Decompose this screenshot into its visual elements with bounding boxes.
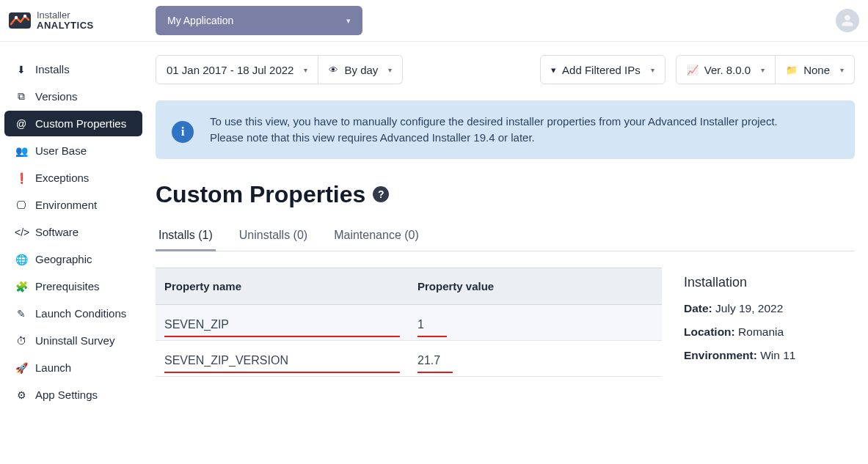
tab-label: Uninstalls (0)	[239, 229, 307, 241]
sidebar-item-geographic[interactable]: 🌐 Geographic	[4, 246, 142, 272]
sidebar-item-label: Prerequisites	[35, 280, 100, 292]
sidebar-item-launch[interactable]: 🚀 Launch	[4, 355, 142, 380]
granularity-label: By day	[344, 64, 378, 76]
users-icon: 👥	[15, 145, 28, 157]
sidebar-item-uninstall-survey[interactable]: ⏱ Uninstall Survey	[4, 328, 142, 353]
chart-area-icon: 📈	[687, 65, 699, 76]
info-icon: i	[172, 121, 194, 143]
svg-point-1	[15, 16, 18, 19]
sidebar-item-exceptions[interactable]: ❗ Exceptions	[4, 165, 142, 191]
detail-environment: Environment: Win 11	[684, 349, 795, 362]
chevron-down-icon: ▾	[388, 66, 392, 74]
sidebar-item-label: Versions	[35, 90, 78, 103]
sidebar: ⬇ Installs ⧉ Versions @ Custom Propertie…	[0, 42, 147, 464]
sidebar-item-label: Installs	[35, 63, 70, 76]
sidebar-item-versions[interactable]: ⧉ Versions	[4, 84, 142, 109]
detail-location: Location: Romania	[684, 325, 795, 339]
property-name: SEVEN_ZIP	[164, 318, 229, 331]
globe-icon: 🌐	[15, 254, 28, 265]
user-avatar[interactable]	[836, 9, 859, 32]
highlight-underline	[164, 336, 400, 337]
installation-detail: Installation Date: July 19, 2022 Locatio…	[684, 268, 795, 380]
tab-label: Maintenance (0)	[334, 229, 419, 241]
sidebar-item-label: Environment	[35, 199, 97, 211]
sidebar-item-launch-conditions[interactable]: ✎ Launch Conditions	[4, 301, 142, 326]
brand-mark-icon	[9, 12, 31, 29]
svg-point-2	[23, 15, 26, 18]
page-title-row: Custom Properties ?	[156, 181, 855, 208]
folder-label: None	[803, 64, 830, 76]
sidebar-item-software[interactable]: </> Software	[4, 219, 142, 245]
date-range-label: 01 Jan 2017 - 18 Jul 2022	[167, 64, 293, 76]
chevron-down-icon: ▾	[651, 66, 654, 74]
brand-logo[interactable]: Installer ANALYTICS	[9, 10, 148, 30]
version-label: Ver. 8.0.0	[704, 64, 751, 76]
sidebar-item-environment[interactable]: 🖵 Environment	[4, 192, 142, 218]
folder-icon: 📁	[786, 65, 798, 76]
properties-table: Property name Property value SEVEN_ZIP	[156, 268, 662, 377]
brand-text: Installer ANALYTICS	[37, 10, 94, 30]
code-icon: </>	[15, 227, 28, 238]
sidebar-item-user-base[interactable]: 👥 User Base	[4, 138, 142, 163]
sidebar-item-label: Exceptions	[35, 172, 89, 184]
gear-icon: ⚙	[15, 389, 28, 401]
copy-icon: ⧉	[15, 90, 28, 103]
detail-title: Installation	[684, 275, 795, 290]
tab-label: Installs (1)	[158, 229, 213, 241]
sidebar-item-label: App Settings	[35, 388, 98, 401]
tablist: Installs (1) Uninstalls (0) Maintenance …	[156, 221, 855, 251]
version-select[interactable]: 📈 Ver. 8.0.0 ▾	[676, 55, 776, 84]
sidebar-item-label: Custom Properties	[35, 117, 126, 130]
info-line-1: To use this view, you have to manually c…	[210, 114, 778, 130]
date-range-picker[interactable]: 01 Jan 2017 - 18 Jul 2022 ▾	[156, 55, 318, 84]
sidebar-item-label: Uninstall Survey	[35, 334, 114, 347]
property-value: 21.7	[417, 354, 440, 367]
chevron-down-icon: ▾	[346, 16, 351, 26]
sidebar-item-label: Software	[35, 226, 79, 238]
topbar: Installer ANALYTICS My Application ▾	[0, 0, 868, 42]
tab-uninstalls[interactable]: Uninstalls (0)	[236, 221, 310, 251]
folder-select[interactable]: 📁 None ▾	[776, 55, 855, 84]
chevron-down-icon: ▾	[840, 66, 844, 74]
monitor-icon: 🖵	[15, 199, 28, 211]
highlight-underline	[164, 372, 400, 373]
detail-date: Date: July 19, 2022	[684, 302, 795, 315]
table-row[interactable]: SEVEN_ZIP 1	[156, 304, 662, 340]
property-name: SEVEN_ZIP_VERSION	[164, 354, 288, 367]
filter-icon: ▾	[551, 65, 556, 76]
main-content: 01 Jan 2017 - 18 Jul 2022 ▾ 👁 By day ▾ ▾…	[147, 42, 868, 464]
sidebar-item-prerequisites[interactable]: 🧩 Prerequisites	[4, 273, 142, 299]
tab-installs[interactable]: Installs (1)	[156, 221, 216, 251]
sidebar-item-label: User Base	[35, 144, 87, 157]
filtered-ips-select[interactable]: ▾ Add Filtered IPs ▾	[540, 55, 665, 84]
highlight-underline	[417, 336, 447, 337]
edit-icon: ✎	[15, 308, 28, 320]
chevron-down-icon: ▾	[761, 66, 765, 74]
col-property-name: Property name	[156, 268, 409, 304]
property-value: 1	[417, 318, 424, 331]
table-row[interactable]: SEVEN_ZIP_VERSION 21.7	[156, 340, 662, 376]
sidebar-item-label: Launch Conditions	[35, 307, 126, 320]
col-property-value: Property value	[409, 268, 662, 304]
granularity-select[interactable]: 👁 By day ▾	[318, 55, 403, 84]
chevron-down-icon: ▾	[304, 66, 307, 74]
tab-maintenance[interactable]: Maintenance (0)	[331, 221, 422, 251]
gauge-icon: ⏱	[15, 335, 28, 347]
info-line-2: Please note that this view requires Adva…	[210, 130, 778, 146]
sidebar-item-label: Geographic	[35, 253, 92, 265]
info-banner: i To use this view, you have to manually…	[156, 100, 855, 159]
app-selector[interactable]: My Application ▾	[156, 6, 362, 35]
sidebar-item-custom-properties[interactable]: @ Custom Properties	[4, 111, 142, 136]
filter-bar: 01 Jan 2017 - 18 Jul 2022 ▾ 👁 By day ▾ ▾…	[156, 55, 855, 84]
puzzle-icon: 🧩	[15, 281, 28, 292]
sidebar-item-app-settings[interactable]: ⚙ App Settings	[4, 382, 142, 408]
at-icon: @	[15, 118, 28, 130]
app-selector-label: My Application	[167, 15, 233, 26]
eye-icon: 👁	[329, 65, 338, 76]
download-icon: ⬇	[15, 64, 28, 76]
page-title: Custom Properties	[156, 181, 365, 208]
highlight-underline	[417, 372, 453, 373]
sidebar-item-installs[interactable]: ⬇ Installs	[4, 56, 142, 82]
alert-icon: ❗	[15, 172, 28, 184]
help-icon[interactable]: ?	[373, 186, 389, 202]
